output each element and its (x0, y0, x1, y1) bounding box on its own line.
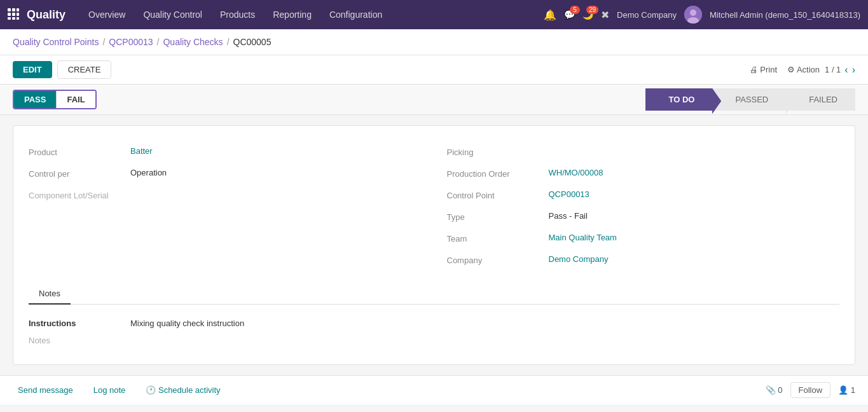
svg-rect-4 (12, 13, 15, 16)
pagination: 1 / 1 ‹ › (825, 64, 855, 76)
pass-button[interactable]: PASS (14, 91, 56, 108)
main-content: Product Batter Control per Operation Com… (0, 115, 868, 375)
control-point-value[interactable]: QCP00013 (549, 189, 589, 199)
control-point-row: Control Point QCP00013 (447, 184, 840, 206)
instructions-value: Mixing quality check instruction (130, 319, 244, 328)
topnav-right-area: 🔔 💬5 🌙29 ✖ Demo Company Mitchell Admin (… (544, 6, 860, 24)
breadcrumb-sep-1: / (102, 37, 105, 47)
schedule-activity-button[interactable]: 🕐 Schedule activity (141, 383, 225, 397)
notes-row: Notes (29, 332, 839, 349)
apps-menu-icon[interactable] (8, 8, 19, 22)
svg-rect-8 (17, 17, 19, 20)
svg-rect-5 (17, 13, 19, 16)
username: Mitchell Admin (demo_150_1640418313) (710, 10, 860, 20)
next-page-button[interactable]: › (852, 64, 855, 76)
breadcrumb: Quality Control Points / QCP00013 / Qual… (0, 29, 868, 55)
action-toolbar: EDIT CREATE 🖨 Print ⚙ Action 1 / 1 ‹ › (0, 55, 868, 85)
notes-section: Notes Instructions Mixing quality check … (29, 284, 839, 349)
company-label: Company (447, 254, 549, 265)
svg-rect-6 (8, 17, 11, 20)
activities-badge[interactable]: 🌙29 (582, 10, 593, 20)
nav-configuration[interactable]: Configuration (322, 6, 390, 24)
stage-bar: TO DO PASSED FAILED (645, 88, 855, 111)
prev-page-button[interactable]: ‹ (844, 64, 848, 76)
pass-fail-group: PASS FAIL (13, 90, 97, 109)
component-label: Component Lot/Serial (29, 189, 130, 200)
svg-rect-3 (8, 13, 11, 16)
stage-passed[interactable]: PASSED (712, 88, 786, 111)
svg-point-10 (690, 10, 696, 16)
svg-rect-7 (12, 17, 15, 20)
breadcrumb-sep-2: / (157, 37, 160, 47)
stage-todo[interactable]: TO DO (645, 88, 712, 111)
production-order-label: Production Order (447, 168, 549, 179)
search-icon[interactable]: ✖ (601, 9, 609, 21)
toolbar-actions: 🖨 Print ⚙ Action (750, 65, 820, 74)
type-label: Type (447, 211, 549, 222)
control-per-value: Operation (130, 168, 167, 177)
main-menu: Overview Quality Control Products Report… (81, 6, 544, 24)
team-label: Team (447, 233, 549, 244)
company-row: Company Demo Company (447, 249, 840, 271)
breadcrumb-qcp00013[interactable]: QCP00013 (109, 37, 153, 47)
bell-icon[interactable]: 🔔 (544, 9, 556, 21)
control-per-row: Control per Operation (29, 163, 422, 184)
activities-count: 29 (586, 6, 598, 14)
nav-quality-control[interactable]: Quality Control (135, 6, 210, 24)
notes-sublabel: Notes (29, 336, 50, 345)
production-order-value[interactable]: WH/MO/00008 (549, 168, 603, 177)
avatar[interactable] (684, 6, 702, 24)
production-order-row: Production Order WH/MO/00008 (447, 163, 840, 184)
svg-rect-0 (8, 8, 11, 11)
type-row: Type Pass - Fail (447, 206, 840, 228)
svg-rect-2 (17, 8, 19, 11)
team-value[interactable]: Main Quality Team (549, 233, 617, 242)
stage-failed[interactable]: FAILED (786, 88, 855, 111)
edit-button[interactable]: EDIT (13, 61, 52, 78)
form-right-col: Picking Production Order WH/MO/00008 Con… (447, 141, 840, 271)
messages-badge[interactable]: 💬5 (564, 10, 575, 20)
component-row: Component Lot/Serial (29, 184, 422, 206)
team-row: Team Main Quality Team (447, 228, 840, 249)
form-card: Product Batter Control per Operation Com… (13, 125, 855, 365)
breadcrumb-sep-3: / (227, 37, 230, 47)
breadcrumb-quality-control-points[interactable]: Quality Control Points (13, 37, 99, 47)
follow-button[interactable]: Follow (790, 382, 831, 398)
bottom-right: 📎 0 Follow 👤 1 (766, 382, 855, 398)
nav-products[interactable]: Products (212, 6, 263, 24)
control-per-label: Control per (29, 168, 130, 179)
picking-label: Picking (447, 146, 549, 157)
breadcrumb-quality-checks[interactable]: Quality Checks (163, 37, 223, 47)
status-bar: PASS FAIL TO DO PASSED FAILED (0, 85, 868, 115)
company-value[interactable]: Demo Company (549, 254, 609, 264)
product-label: Product (29, 146, 130, 157)
print-button[interactable]: 🖨 Print (750, 65, 777, 74)
bottom-bar: Send message Log note 🕐 Schedule activit… (0, 375, 868, 404)
picking-row: Picking (447, 141, 840, 163)
instructions-row: Instructions Mixing quality check instru… (29, 315, 839, 332)
attachments-count: 📎 0 (766, 385, 783, 395)
log-note-button[interactable]: Log note (88, 383, 131, 397)
tabs: Notes (29, 284, 839, 305)
control-point-label: Control Point (447, 189, 549, 200)
type-value: Pass - Fail (549, 211, 588, 221)
product-value[interactable]: Batter (130, 146, 153, 156)
form-left-col: Product Batter Control per Operation Com… (29, 141, 422, 271)
pagination-count: 1 / 1 (825, 65, 841, 74)
tab-notes[interactable]: Notes (29, 284, 71, 305)
form-grid: Product Batter Control per Operation Com… (29, 141, 839, 271)
create-button[interactable]: CREATE (57, 60, 112, 79)
action-button[interactable]: ⚙ Action (787, 65, 820, 74)
top-navigation: Quality Overview Quality Control Product… (0, 0, 868, 29)
nav-overview[interactable]: Overview (81, 6, 133, 24)
product-row: Product Batter (29, 141, 422, 163)
instructions-label: Instructions (29, 319, 130, 328)
breadcrumb-current: QC00005 (233, 37, 272, 47)
fail-button[interactable]: FAIL (56, 91, 95, 108)
messages-count: 5 (570, 6, 580, 14)
nav-reporting[interactable]: Reporting (265, 6, 319, 24)
svg-rect-1 (12, 8, 15, 11)
followers-count: 👤 1 (838, 385, 855, 395)
send-message-button[interactable]: Send message (13, 383, 78, 397)
company-name[interactable]: Demo Company (617, 10, 677, 20)
